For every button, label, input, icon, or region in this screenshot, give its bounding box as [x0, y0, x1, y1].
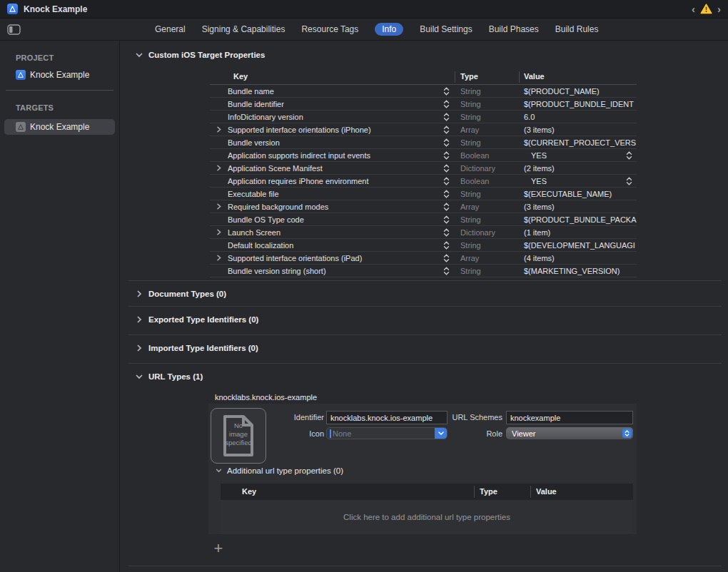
key-stepper-icon[interactable] — [438, 113, 455, 121]
popup-stepper-icon — [622, 429, 632, 438]
property-row[interactable]: Launch ScreenDictionary(1 item) — [210, 226, 637, 239]
identifier-field[interactable]: knocklabs.knock.ios-example — [326, 411, 448, 424]
property-row[interactable]: Default localizationString$(DEVELOPMENT_… — [210, 239, 637, 252]
key-stepper-icon[interactable] — [438, 138, 455, 147]
key-stepper-icon[interactable] — [438, 151, 455, 160]
role-popup-button[interactable]: Viewer — [506, 427, 633, 439]
nav-back-icon[interactable]: ‹ — [692, 4, 695, 14]
property-key: Bundle version string (short) — [228, 267, 438, 275]
key-stepper-icon[interactable] — [438, 215, 455, 224]
sidebar-target-label: Knock Example — [30, 122, 89, 132]
property-value[interactable]: 6.0 — [519, 113, 637, 121]
property-row[interactable]: Bundle nameString$(PRODUCT_NAME) — [210, 85, 637, 98]
add-additional-props-row[interactable]: Click here to add additional url type pr… — [221, 500, 633, 534]
property-type: Array — [455, 126, 519, 134]
property-value[interactable]: (3 items) — [519, 203, 637, 211]
key-stepper-icon[interactable] — [438, 190, 455, 198]
key-stepper-icon[interactable] — [438, 126, 455, 134]
key-stepper-icon[interactable] — [438, 164, 455, 173]
key-stepper-icon[interactable] — [438, 228, 455, 237]
key-stepper-icon[interactable] — [438, 177, 455, 185]
property-type: String — [455, 138, 519, 147]
add-url-type-button[interactable]: + — [212, 543, 225, 556]
warning-triangle-icon[interactable] — [700, 4, 712, 14]
property-row[interactable]: Supported interface orientations (iPad)A… — [210, 252, 637, 265]
key-stepper-icon[interactable] — [438, 87, 455, 96]
sidebar-toggle-icon[interactable] — [7, 24, 21, 35]
disclosure-chevron-icon[interactable] — [210, 126, 228, 133]
property-type: Boolean — [455, 151, 519, 160]
tab-build-rules[interactable]: Build Rules — [555, 23, 599, 36]
section-divider — [128, 306, 722, 307]
property-row[interactable]: Bundle OS Type codeString$(PRODUCT_BUNDL… — [210, 213, 637, 226]
section-divider — [128, 334, 722, 335]
property-value[interactable]: YES — [519, 177, 637, 185]
chevron-down-icon — [215, 469, 222, 473]
property-row[interactable]: Application supports indirect input even… — [210, 149, 637, 162]
property-row[interactable]: Bundle versionString$(CURRENT_PROJECT_VE… — [210, 136, 637, 149]
role-popup-value: Viewer — [512, 429, 622, 438]
chevron-down-icon — [136, 374, 143, 379]
key-stepper-icon[interactable] — [438, 100, 455, 108]
property-value[interactable]: $(DEVELOPMENT_LANGUAGI — [519, 241, 637, 250]
section-url-types[interactable]: URL Types (1) — [136, 369, 728, 384]
key-stepper-icon[interactable] — [438, 267, 455, 275]
property-value[interactable]: (3 items) — [519, 126, 637, 134]
value-stepper-icon[interactable] — [626, 177, 632, 185]
property-row[interactable]: Application requires iPhone environmentB… — [210, 175, 637, 188]
url-schemes-field[interactable]: knockexample — [506, 411, 633, 424]
property-value[interactable]: $(EXECUTABLE_NAME) — [519, 190, 637, 198]
key-stepper-icon[interactable] — [438, 203, 455, 211]
property-type: String — [455, 87, 519, 96]
key-stepper-icon[interactable] — [438, 254, 455, 262]
tab-resource-tags[interactable]: Resource Tags — [301, 23, 358, 36]
property-key: Default localization — [228, 241, 438, 250]
property-key: Launch Screen — [228, 228, 438, 237]
key-stepper-icon[interactable] — [438, 241, 455, 250]
property-key: Supported interface orientations (iPhone… — [228, 126, 438, 134]
property-row[interactable]: Supported interface orientations (iPhone… — [210, 123, 637, 136]
property-row[interactable]: Bundle identifierString$(PRODUCT_BUNDLE_… — [210, 98, 637, 111]
section-divider — [128, 280, 722, 281]
tab-build-settings[interactable]: Build Settings — [420, 23, 472, 36]
property-row[interactable]: Required background modesArray(3 items) — [210, 200, 637, 213]
property-value[interactable]: $(MARKETING_VERSION) — [519, 267, 637, 275]
combobox-dropdown-button[interactable] — [435, 428, 447, 439]
section-document-types[interactable]: Document Types (0) — [136, 287, 728, 301]
section-exported-type-identifiers[interactable]: Exported Type Identifiers (0) — [136, 312, 728, 327]
property-value[interactable]: $(PRODUCT_BUNDLE_PACKA — [519, 215, 637, 224]
value-stepper-icon[interactable] — [626, 151, 632, 160]
disclosure-chevron-icon[interactable] — [210, 203, 228, 210]
property-value[interactable]: (1 item) — [519, 228, 637, 237]
sidebar-item-target[interactable]: Knock Example — [4, 119, 115, 135]
property-value[interactable]: $(PRODUCT_BUNDLE_IDENT — [519, 100, 637, 108]
sidebar-item-project[interactable]: Knock Example — [16, 70, 119, 80]
disclosure-chevron-icon[interactable] — [210, 255, 228, 261]
property-key: Application supports indirect input even… — [228, 151, 438, 160]
disclosure-chevron-icon[interactable] — [210, 229, 228, 235]
section-imported-type-identifiers[interactable]: Imported Type Identifiers (0) — [136, 341, 728, 355]
property-value[interactable]: (4 items) — [519, 254, 637, 262]
tab-build-phases[interactable]: Build Phases — [489, 23, 539, 36]
value-text: $(EXECUTABLE_NAME) — [524, 190, 612, 198]
property-value[interactable]: $(PRODUCT_NAME) — [519, 87, 637, 96]
nav-forward-icon[interactable]: › — [717, 4, 721, 14]
property-row[interactable]: InfoDictionary versionString6.0 — [210, 111, 637, 123]
property-row[interactable]: Executable fileString$(EXECUTABLE_NAME) — [210, 188, 637, 200]
property-row[interactable]: Bundle version string (short)String$(MAR… — [210, 265, 637, 277]
tab-info[interactable]: Info — [375, 23, 403, 36]
property-value[interactable]: (2 items) — [519, 164, 637, 173]
section-custom-ios-target-properties[interactable]: Custom iOS Target Properties — [136, 48, 728, 62]
property-type: Array — [455, 203, 519, 211]
tab-signing-capabilities[interactable]: Signing & Capabilities — [202, 23, 285, 36]
chevron-down-icon — [136, 53, 143, 58]
icon-combobox[interactable]: None — [326, 427, 448, 439]
section-title: Imported Type Identifiers (0) — [148, 344, 258, 352]
additional-url-type-properties-header[interactable]: Additional url type properties (0) — [215, 466, 343, 475]
property-value[interactable]: $(CURRENT_PROJECT_VERS — [519, 138, 637, 147]
property-value[interactable]: YES — [519, 151, 637, 160]
tab-general[interactable]: General — [155, 23, 186, 36]
property-row[interactable]: Application Scene ManifestDictionary(2 i… — [210, 162, 637, 175]
disclosure-chevron-icon[interactable] — [210, 165, 228, 171]
property-key: Bundle version — [228, 138, 438, 147]
